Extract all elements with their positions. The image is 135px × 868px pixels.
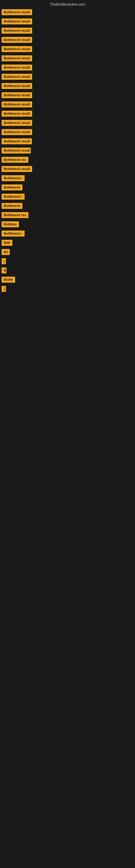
list-item: Bottle xyxy=(0,275,135,284)
list-item: Bottleneck result xyxy=(0,26,135,35)
bottleneck-badge[interactable]: Bottleneck xyxy=(2,203,22,209)
bottleneck-badge[interactable]: Bottleneck result xyxy=(2,92,32,98)
list-item: Bottleneck result xyxy=(0,8,135,17)
bottleneck-badge[interactable]: Bottleneck res xyxy=(2,212,28,218)
list-item: Bottleneck result xyxy=(0,109,135,118)
list-item: Bottleneck result xyxy=(0,35,135,44)
list-item: Bottleneck res xyxy=(0,155,135,164)
bottleneck-badge[interactable]: Bottleneck r xyxy=(2,175,25,181)
bottleneck-badge[interactable]: Bottleneck result xyxy=(2,46,32,52)
bottleneck-badge[interactable]: Bottleneck result xyxy=(2,28,32,34)
bottleneck-badge[interactable]: Bottleneck result xyxy=(2,148,31,154)
list-item: Bottleneck result xyxy=(0,91,135,100)
site-title: TheBottlenecker.com xyxy=(0,0,135,8)
bottleneck-badge[interactable]: Bottleneck result xyxy=(2,166,32,172)
bottleneck-badge[interactable]: Bottleneck result xyxy=(2,120,32,126)
list-item: Bottleneck result xyxy=(0,72,135,82)
list-item: Bottleneck result xyxy=(0,127,135,137)
bottleneck-badge[interactable]: | xyxy=(2,286,6,292)
bottleneck-badge[interactable]: Bottleneck result xyxy=(2,111,32,117)
list-item: Bottleneck r xyxy=(0,229,135,238)
bottleneck-badge[interactable]: Bottleneck result xyxy=(2,101,32,107)
list-item: Bo xyxy=(0,247,135,257)
bottleneck-badge[interactable]: Bottleneck result xyxy=(2,83,32,89)
bottleneck-badge[interactable]: Bottleneck result xyxy=(2,9,32,15)
list-item: Bottleneck res xyxy=(0,211,135,220)
bottleneck-results-list: Bottleneck resultBottleneck resultBottle… xyxy=(0,8,135,293)
list-item: Bottleneck result xyxy=(0,54,135,63)
list-item: Bottleneck result xyxy=(0,63,135,72)
list-item: | xyxy=(0,284,135,293)
bottleneck-badge[interactable]: Bottleneck xyxy=(2,184,22,190)
list-item: Bottleneck result xyxy=(0,82,135,91)
list-item: | xyxy=(0,257,135,266)
list-item: Bottleneck r xyxy=(0,174,135,183)
bottleneck-badge[interactable]: Bottleneck result xyxy=(2,129,32,135)
list-item: Bottleneck result xyxy=(0,164,135,174)
bottleneck-badge[interactable]: Bottleneck result xyxy=(2,65,32,70)
list-item: Bottleneck result xyxy=(0,137,135,146)
bottleneck-badge[interactable]: Bottleneck result xyxy=(2,138,32,144)
list-item: Bottleneck r xyxy=(0,192,135,201)
bottleneck-badge[interactable]: | xyxy=(2,258,6,264)
bottleneck-badge[interactable]: Bottleneck result xyxy=(2,37,32,43)
list-item: B xyxy=(0,266,135,275)
bottleneck-badge[interactable]: Bottle xyxy=(2,277,15,283)
bottleneck-badge[interactable]: Bottleneck result xyxy=(2,74,32,80)
bottleneck-badge[interactable]: Bottleneck r xyxy=(2,230,25,237)
bottleneck-badge[interactable]: Bo xyxy=(2,249,10,255)
bottleneck-badge[interactable]: Bottlene xyxy=(2,221,19,227)
list-item: Bottleneck xyxy=(0,183,135,192)
list-item: Bottleneck result xyxy=(0,44,135,54)
bottleneck-badge[interactable]: Bottleneck res xyxy=(2,157,28,163)
bottleneck-badge[interactable]: Bott xyxy=(2,240,12,246)
bottleneck-badge[interactable]: Bottleneck result xyxy=(2,19,32,24)
site-title-bar: TheBottlenecker.com xyxy=(0,0,135,8)
list-item: Bottleneck xyxy=(0,201,135,211)
bottleneck-badge[interactable]: Bottleneck result xyxy=(2,55,32,61)
list-item: Bott xyxy=(0,238,135,247)
list-item: Bottleneck result xyxy=(0,118,135,127)
bottleneck-badge[interactable]: B xyxy=(2,268,6,273)
list-item: Bottleneck result xyxy=(0,146,135,155)
list-item: Bottleneck result xyxy=(0,100,135,109)
list-item: Bottleneck result xyxy=(0,17,135,26)
bottleneck-badge[interactable]: Bottleneck r xyxy=(2,194,25,199)
list-item: Bottlene xyxy=(0,220,135,229)
